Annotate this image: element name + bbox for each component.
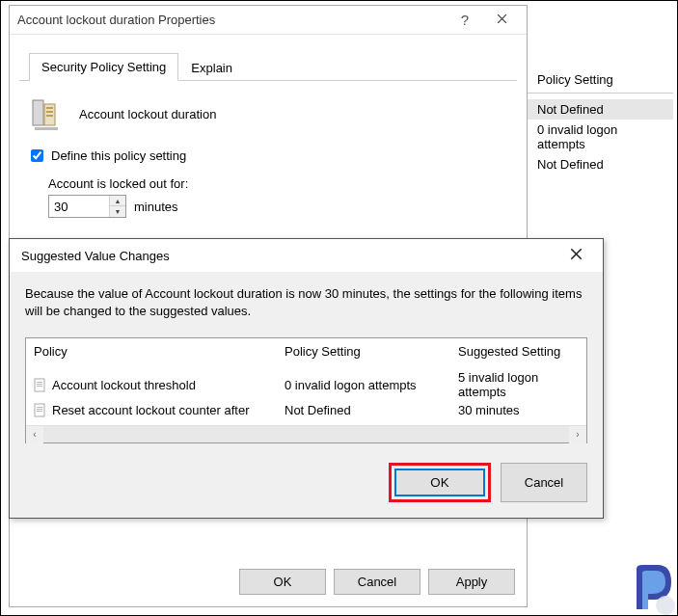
- policy-list-header[interactable]: Policy Setting: [528, 67, 673, 94]
- duration-spinner[interactable]: ▲ ▼: [48, 195, 126, 218]
- horizontal-scrollbar[interactable]: ‹ ›: [26, 425, 586, 442]
- close-icon: [497, 13, 507, 27]
- dialog-title: Suggested Value Changes: [21, 249, 556, 263]
- svg-rect-13: [37, 411, 42, 412]
- close-icon: [570, 249, 583, 263]
- dialog-title: Account lockout duration Properties: [17, 13, 447, 27]
- col-policy-setting[interactable]: Policy Setting: [285, 344, 458, 362]
- cell-policy: Reset account lockout counter after: [52, 403, 250, 417]
- policy-name: Account lockout duration: [79, 107, 216, 121]
- policy-item-icon: [34, 403, 47, 417]
- svg-rect-2: [35, 127, 58, 130]
- tab-security-policy-setting[interactable]: Security Policy Setting: [29, 53, 178, 81]
- cancel-button[interactable]: Cancel: [334, 569, 420, 595]
- define-policy-checkbox-row[interactable]: Define this policy setting: [23, 147, 513, 165]
- col-policy[interactable]: Policy: [34, 344, 285, 362]
- list-item[interactable]: 0 invalid logon attempts: [528, 120, 673, 154]
- policy-item-icon: [34, 378, 47, 392]
- cell-policy: Account lockout threshold: [52, 378, 196, 392]
- svg-rect-6: [35, 379, 44, 391]
- tab-explain[interactable]: Explain: [178, 54, 245, 81]
- svg-point-14: [656, 596, 675, 615]
- tabstrip: Security Policy Setting Explain: [19, 35, 517, 81]
- suggest-description: Because the value of Account lockout dur…: [25, 285, 587, 320]
- col-suggested-setting[interactable]: Suggested Setting: [458, 344, 579, 362]
- svg-rect-10: [35, 404, 44, 416]
- security-policy-icon: [27, 94, 66, 133]
- locked-out-for-label: Account is locked out for:: [48, 176, 513, 191]
- svg-rect-11: [37, 407, 42, 408]
- help-button[interactable]: ?: [447, 12, 482, 28]
- scroll-track[interactable]: [43, 426, 569, 442]
- list-item[interactable]: Not Defined: [528, 99, 673, 120]
- suggested-changes-dialog: Suggested Value Changes Because the valu…: [9, 238, 604, 519]
- cell-setting: Not Defined: [285, 403, 458, 417]
- spinner-down-button[interactable]: ▼: [110, 206, 125, 217]
- close-button[interactable]: [556, 248, 595, 263]
- ok-button[interactable]: OK: [395, 469, 484, 495]
- policy-list-panel: Policy Setting Not Defined 0 invalid log…: [528, 67, 673, 174]
- svg-rect-0: [33, 100, 43, 125]
- close-button[interactable]: [482, 13, 521, 27]
- table-row[interactable]: Reset account lockout counter after Not …: [26, 401, 586, 419]
- watermark-logo: [625, 561, 677, 615]
- svg-rect-3: [46, 107, 53, 109]
- svg-rect-9: [37, 386, 42, 387]
- list-item[interactable]: Not Defined: [528, 154, 673, 174]
- ok-button[interactable]: OK: [239, 569, 326, 595]
- cell-suggested: 30 minutes: [458, 403, 579, 417]
- duration-unit: minutes: [134, 200, 178, 214]
- scroll-right-button[interactable]: ›: [569, 426, 586, 443]
- list-header: Policy Policy Setting Suggested Setting: [26, 338, 586, 368]
- titlebar: Account lockout duration Properties ?: [10, 6, 527, 35]
- table-row[interactable]: Account lockout threshold 0 invalid logo…: [26, 368, 586, 401]
- tab-content: Account lockout duration Define this pol…: [10, 81, 527, 229]
- svg-rect-5: [46, 115, 53, 117]
- define-policy-checkbox[interactable]: [31, 149, 43, 162]
- cancel-button[interactable]: Cancel: [501, 463, 587, 502]
- svg-rect-8: [37, 384, 42, 385]
- define-policy-label: Define this policy setting: [51, 148, 186, 163]
- cell-suggested: 5 invalid logon attempts: [458, 370, 579, 399]
- titlebar: Suggested Value Changes: [10, 239, 603, 272]
- duration-input[interactable]: [49, 196, 109, 217]
- scroll-left-button[interactable]: ‹: [26, 426, 43, 443]
- svg-rect-7: [37, 382, 42, 383]
- suggested-list: Policy Policy Setting Suggested Setting …: [25, 337, 587, 443]
- highlight-box: OK: [389, 463, 491, 502]
- svg-rect-4: [46, 111, 53, 113]
- apply-button[interactable]: Apply: [428, 569, 515, 595]
- cell-setting: 0 invalid logon attempts: [285, 378, 458, 392]
- svg-rect-12: [37, 409, 42, 410]
- spinner-up-button[interactable]: ▲: [110, 196, 125, 206]
